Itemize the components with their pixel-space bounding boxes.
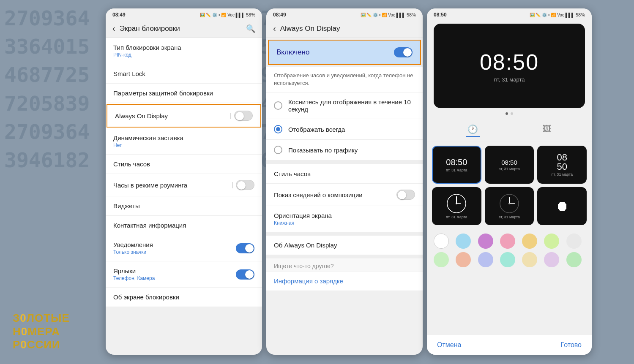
screen3-clock-option-4[interactable]: пт, 31 марта [432, 187, 481, 225]
screen3-preview-time: 08:50 [480, 49, 539, 75]
screen3-color-lilac[interactable] [544, 252, 559, 267]
screen3-status-bar: 08:50 🖼️ ✏️ ⚙️ • 📶 Voc ▌▌▌ 58% [427, 8, 592, 19]
screen1-back-button[interactable]: ‹ [112, 24, 115, 33]
screen1-item-clock-style[interactable]: Стиль часов [106, 155, 262, 174]
screen3-clock-option-6[interactable]: ⏺ [537, 187, 587, 225]
screen3-analog-clock-1 [446, 193, 467, 214]
screen2-searching-text: Ищете что-то другое? [274, 263, 334, 269]
screen1-notif-toggle[interactable] [236, 243, 254, 253]
screen2-radio-tap[interactable]: Коснитесь для отображения в течение 10 с… [266, 92, 423, 119]
screen3-status-icons: 🖼️ ✏️ ⚙️ • 📶 Voc ▌▌▌ 58% [530, 12, 585, 17]
screens-container: 08:49 🖼️ ✏️ ⚙️ • 📶 Voc ▌▌▌ 58% ‹ Экран б… [106, 8, 592, 355]
screen3-dot-2 [511, 112, 513, 115]
screen1-aod-title: Always On Display [115, 112, 230, 120]
screen3-cancel-button[interactable]: Отмена [437, 341, 461, 349]
screen2-enabled-toggle[interactable] [394, 47, 413, 57]
screen3-clock-option-2[interactable]: 08:50 вт, 31 марта [485, 146, 534, 184]
screen3-color-teal[interactable] [500, 252, 515, 267]
screen3-clock-grid: 08:50 пт, 31 марта 08:50 вт, 31 марта 08… [427, 141, 592, 229]
screen1-aod-toggle-knob [235, 112, 244, 120]
screen1-status-icons: 🖼️ ✏️ ⚙️ • 📶 Voc ▌▌▌ 58% [200, 12, 255, 17]
screen3-clock-option-5[interactable]: вт, 31 марта [485, 187, 534, 225]
screen2-back-button[interactable]: ‹ [273, 24, 276, 33]
screen3-color-lightblue[interactable] [456, 234, 471, 249]
screen1-item-lock-type[interactable]: Тип блокировки экрана PIN-код [106, 38, 262, 64]
svg-point-7 [508, 203, 510, 204]
screen1-item-contact-info[interactable]: Контактная информация [106, 216, 262, 235]
screen1-widgets-title: Виджеты [113, 202, 254, 209]
screen2-radio-always[interactable]: Отображать всегда [266, 119, 423, 140]
screen3-color-mint[interactable] [434, 252, 449, 267]
screen3-clock-3-date: пт, 31 марта [551, 172, 573, 177]
screen1-item-shortcuts[interactable]: Ярлыки Телефон, Камера [106, 261, 262, 288]
screen1-shortcuts-knob [245, 270, 254, 279]
screen1-item-aod[interactable]: Always On Display | [107, 104, 261, 128]
screen3-color-cream[interactable] [522, 252, 537, 267]
screen1-item-about[interactable]: Об экране блокировки [106, 288, 262, 307]
screen1-item-dynamic-wallpaper[interactable]: Динамическая заставка Нет [106, 128, 262, 155]
screen3-color-peach[interactable] [456, 252, 471, 267]
screen1-dw-title: Динамическая заставка [113, 134, 254, 141]
screen1-search-icon[interactable]: 🔍 [246, 24, 255, 33]
screen2-radio-always-label: Отображать всегда [288, 126, 345, 133]
screen2-signal-icons: 📶 Voc ▌▌▌ [382, 13, 405, 17]
screen2-info-charge-link[interactable]: Информация о зарядке [266, 272, 423, 291]
screen2-about-item[interactable]: Об Always On Display [266, 236, 423, 255]
screen2-divider1 [266, 161, 423, 164]
screen3-color-pink[interactable] [500, 234, 515, 249]
screen2-radio-schedule-label: Показывать по графику [288, 147, 358, 154]
screen1-item-smart-lock[interactable]: Smart Lock [106, 64, 262, 84]
screen1-item-roaming-clock[interactable]: Часы в режиме роуминга | [106, 174, 262, 196]
screen3-clock-3-time: 0850 [557, 153, 567, 171]
screen1-dw-subtitle: Нет [113, 142, 254, 148]
screen3-aod-preview: 08:50 пт, 31 марта [434, 24, 585, 108]
screen1-shortcuts-toggle[interactable] [236, 269, 254, 280]
screen1-roaming-toggle[interactable] [236, 180, 254, 190]
screen2-orientation-item[interactable]: Ориентация экрана Книжная [266, 206, 423, 232]
screen1-phone: 08:49 🖼️ ✏️ ⚙️ • 📶 Voc ▌▌▌ 58% ‹ Экран б… [106, 8, 262, 355]
screen1-aod-toggle[interactable] [234, 111, 253, 121]
screen1-item-notifications[interactable]: Уведомления Только значки [106, 235, 262, 261]
screen2-music-info-item[interactable]: Показ сведений о композиции [266, 184, 423, 206]
screen1-lock-type-subtitle: PIN-код [113, 52, 254, 58]
screen3-color-yellow[interactable] [522, 234, 537, 249]
screen2-notification-icons: 🖼️ ✏️ ⚙️ • [361, 13, 381, 17]
screen2-music-toggle[interactable] [396, 190, 415, 200]
screen3-color-purple[interactable] [478, 234, 493, 249]
screen3-color-white[interactable] [434, 234, 449, 249]
screen2-description: Отображение часов и уведомлений, когда т… [266, 67, 423, 92]
screen2-music-knob [398, 191, 406, 199]
screen3-color-lightgreen[interactable] [544, 234, 559, 249]
screen3-clock-1-time: 08:50 [446, 158, 467, 167]
screen1-notif-knob [245, 244, 254, 253]
screen3-status-time: 08:50 [434, 12, 447, 18]
screen1-item-widgets[interactable]: Виджеты [106, 196, 262, 216]
screen2-radio-tap-circle [274, 101, 282, 110]
screen3-battery: 58% [576, 12, 585, 17]
screen1-item-security-params[interactable]: Параметры защитной блокировки [106, 84, 262, 103]
screen3-color-lightgray[interactable] [566, 234, 582, 249]
screen3-nav-dots [427, 112, 592, 115]
screen3-done-button[interactable]: Готово [561, 341, 582, 349]
screen3-action-bar: Отмена Готово [427, 335, 592, 355]
screen2-clock-style-text: Стиль часов [274, 170, 311, 177]
screen2-radio-schedule[interactable]: Показывать по графику [266, 140, 423, 160]
screen3-clock-option-3[interactable]: 0850 пт, 31 марта [537, 146, 587, 184]
screen3-clock-option-1[interactable]: 08:50 пт, 31 марта [432, 146, 481, 184]
screen1-notification-icons: 🖼️ ✏️ ⚙️ • [200, 13, 220, 17]
screen3-clock-5-date: вт, 31 марта [499, 215, 520, 219]
screen2-enabled-row[interactable]: Включено [268, 40, 421, 65]
screen2-clock-style-item[interactable]: Стиль часов [266, 164, 423, 184]
screen2-battery: 58% [407, 12, 416, 17]
svg-point-3 [456, 203, 457, 204]
screen2-orientation-text: Ориентация экрана [274, 212, 332, 219]
screen3-tab-clock[interactable]: 🕐 [466, 122, 480, 137]
screen3-clock-6-icon: ⏺ [555, 198, 569, 214]
screen3-color-lavender[interactable] [478, 252, 493, 267]
screen3-tab-image[interactable]: 🖼 [541, 122, 553, 137]
screen2-nav-bar: ‹ Always On Display [266, 19, 423, 38]
screen3-color-green[interactable] [566, 252, 582, 267]
screen2-radio-group: Коснитесь для отображения в течение 10 с… [266, 92, 423, 161]
screen1-lock-type-title: Тип блокировки экрана [113, 44, 254, 51]
screen1-smart-lock-title: Smart Lock [113, 70, 254, 77]
